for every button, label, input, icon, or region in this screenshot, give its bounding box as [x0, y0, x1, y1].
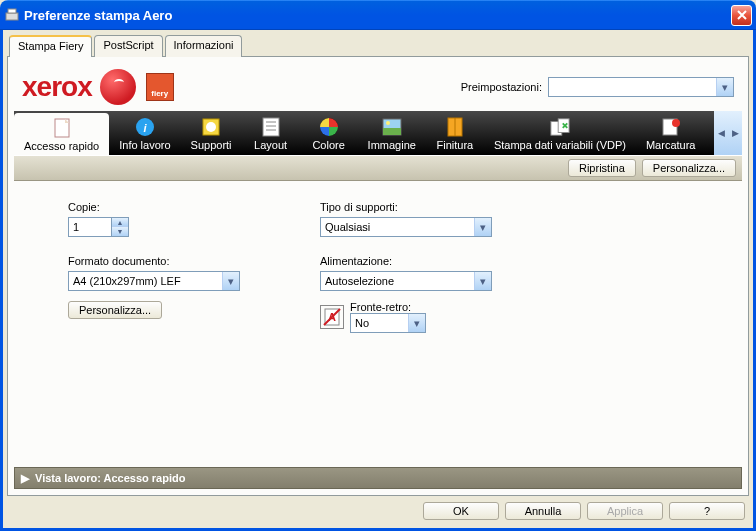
- toolbar-scroll-right[interactable]: ▶: [728, 111, 742, 155]
- feed-label: Alimentazione:: [320, 255, 492, 267]
- chevron-down-icon: ▾: [716, 78, 733, 96]
- doc-icon: [52, 118, 72, 138]
- svg-rect-1: [8, 9, 16, 13]
- chevron-down-icon: ▾: [474, 218, 491, 236]
- stamp-icon: [201, 117, 221, 137]
- presets-select[interactable]: ▾: [548, 77, 734, 97]
- image-icon: [382, 117, 402, 137]
- fiery-badge-icon: fiery: [146, 73, 174, 101]
- doc-format-label: Formato documento:: [68, 255, 240, 267]
- toolbar-finitura[interactable]: Finitura: [426, 111, 484, 155]
- vista-lavoro-toggle[interactable]: ▶ Vista lavoro: Accesso rapido: [14, 467, 742, 489]
- toolbar-supporti[interactable]: Supporti: [181, 111, 242, 155]
- copies-label: Copie:: [68, 201, 240, 213]
- doc-format-customize-button[interactable]: Personalizza...: [68, 301, 162, 319]
- duplex-select[interactable]: No ▾: [350, 313, 426, 333]
- chevron-down-icon: ▾: [222, 272, 239, 290]
- feed-value: Autoselezione: [325, 275, 394, 287]
- svg-point-20: [672, 119, 680, 127]
- vdp-icon: [550, 117, 570, 137]
- toolbar-vdp[interactable]: Stampa dati variabili (VDP): [484, 111, 636, 155]
- xerox-ball-icon: [100, 69, 136, 105]
- svg-rect-7: [263, 118, 279, 136]
- svg-point-14: [386, 121, 390, 125]
- presets-label: Preimpostazioni:: [461, 81, 542, 93]
- toolbar-scroll-left[interactable]: ◀: [714, 111, 728, 155]
- svg-rect-13: [383, 128, 401, 135]
- color-icon: [319, 117, 339, 137]
- svg-rect-18: [558, 118, 569, 132]
- cancel-button[interactable]: Annulla: [505, 502, 581, 520]
- toolbar-accesso-rapido[interactable]: Accesso rapido: [14, 113, 109, 155]
- media-type-label: Tipo di supporti:: [320, 201, 492, 213]
- help-button[interactable]: ?: [669, 502, 745, 520]
- doc-format-select[interactable]: A4 (210x297mm) LEF ▾: [68, 271, 240, 291]
- close-button[interactable]: [731, 5, 752, 26]
- media-type-value: Qualsiasi: [325, 221, 370, 233]
- copies-down[interactable]: ▼: [112, 227, 128, 236]
- layout-icon: [261, 117, 281, 137]
- info-icon: i: [135, 117, 155, 137]
- apply-button[interactable]: Applica: [587, 502, 663, 520]
- tab-stampa-fiery[interactable]: Stampa Fiery: [9, 35, 92, 57]
- copies-input[interactable]: [68, 217, 112, 237]
- toolbar-colore[interactable]: Colore: [300, 111, 358, 155]
- svg-rect-0: [6, 13, 18, 20]
- duplex-off-icon: A: [320, 305, 344, 329]
- svg-point-6: [206, 122, 216, 132]
- app-icon: [4, 7, 20, 23]
- toolbar-layout[interactable]: Layout: [242, 111, 300, 155]
- copies-up[interactable]: ▲: [112, 218, 128, 227]
- toolbar-marcatura[interactable]: Marcatura: [636, 111, 706, 155]
- duplex-label: Fronte-retro:: [350, 301, 411, 313]
- chevron-down-icon: ▾: [408, 314, 425, 332]
- vista-label: Vista lavoro: Accesso rapido: [35, 472, 185, 484]
- doc-format-value: A4 (210x297mm) LEF: [73, 275, 181, 287]
- toolbar-info-lavoro[interactable]: i Info lavoro: [109, 111, 180, 155]
- stamp2-icon: [661, 117, 681, 137]
- customize-toolbar-button[interactable]: Personalizza...: [642, 159, 736, 177]
- ok-button[interactable]: OK: [423, 502, 499, 520]
- duplex-value: No: [355, 317, 369, 329]
- xerox-logo: xerox: [22, 71, 92, 103]
- booklet-icon: [445, 117, 465, 137]
- copies-stepper[interactable]: ▲ ▼: [68, 217, 240, 237]
- reset-button[interactable]: Ripristina: [568, 159, 636, 177]
- media-type-select[interactable]: Qualsiasi ▾: [320, 217, 492, 237]
- toolbar-immagine[interactable]: Immagine: [358, 111, 426, 155]
- window-title: Preferenze stampa Aero: [24, 8, 731, 23]
- chevron-down-icon: ▾: [474, 272, 491, 290]
- tab-postscript[interactable]: PostScript: [94, 35, 162, 57]
- tab-informazioni[interactable]: Informazioni: [165, 35, 243, 57]
- feed-select[interactable]: Autoselezione ▾: [320, 271, 492, 291]
- triangle-right-icon: ▶: [21, 472, 29, 485]
